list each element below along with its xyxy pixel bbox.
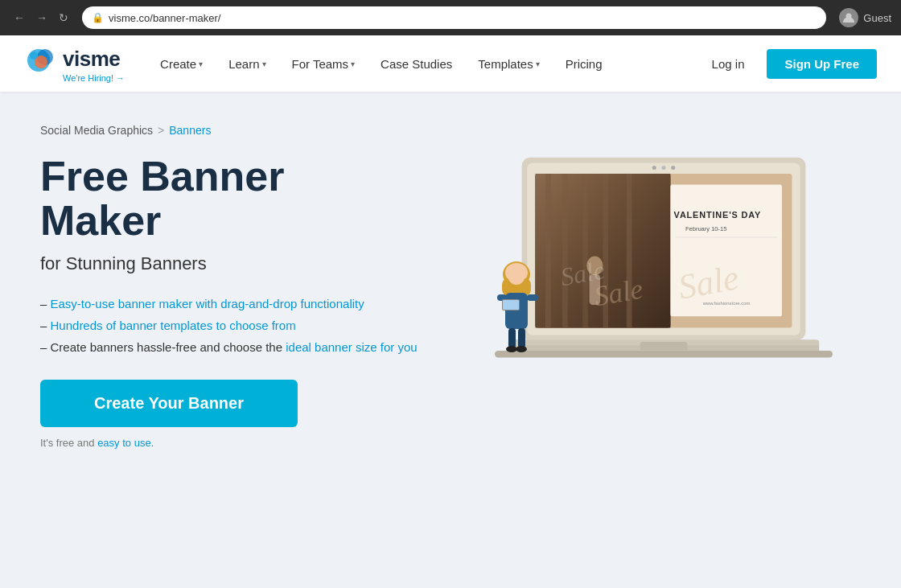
hiring-text[interactable]: We're Hiring! → <box>63 73 125 83</box>
feature-link-1[interactable]: Easy-to-use banner maker with drag-and-d… <box>51 297 364 310</box>
nav-pricing[interactable]: Pricing <box>554 51 614 77</box>
svg-text:www.fashionstore.com: www.fashionstore.com <box>702 301 751 306</box>
laptop-illustration: Sale Sale VALENTINE'S DAY February 10-15… <box>495 144 833 397</box>
address-bar[interactable]: 🔒 visme.co/banner-maker/ <box>82 6 826 29</box>
feature-link-3[interactable]: ideal banner size for you <box>286 340 417 354</box>
breadcrumb: Social Media Graphics > Banners <box>40 124 434 137</box>
nav-for-teams[interactable]: For Teams ▾ <box>281 51 367 77</box>
nav-templates[interactable]: Templates ▾ <box>467 51 550 77</box>
visme-logo-icon <box>24 44 58 73</box>
chevron-down-icon: ▾ <box>262 60 266 68</box>
profile-icon <box>839 8 858 27</box>
svg-rect-32 <box>640 342 688 350</box>
back-button[interactable]: ← <box>10 10 29 26</box>
svg-point-45 <box>506 346 517 352</box>
svg-text:VALENTINE'S DAY: VALENTINE'S DAY <box>674 211 762 220</box>
svg-rect-38 <box>505 293 528 329</box>
profile-area: Guest <box>839 8 891 27</box>
profile-label: Guest <box>863 12 891 24</box>
svg-rect-43 <box>508 328 516 348</box>
nav-right: Log in Sign Up Free <box>702 49 877 79</box>
svg-rect-40 <box>527 294 538 301</box>
chevron-down-icon: ▾ <box>536 60 540 68</box>
nav-links: Create ▾ Learn ▾ For Teams ▾ Case Studie… <box>149 51 702 77</box>
svg-rect-14 <box>545 174 551 328</box>
hero-title-line2: Maker <box>40 197 161 244</box>
svg-rect-31 <box>495 351 833 357</box>
svg-point-9 <box>671 166 675 170</box>
logo-area: visme We're Hiring! → <box>24 44 125 83</box>
hero-title-line1: Free Banner <box>40 153 284 199</box>
refresh-button[interactable]: ↻ <box>55 10 72 26</box>
hiring-link[interactable]: We're Hiring! → <box>63 73 125 83</box>
svg-rect-42 <box>503 300 519 310</box>
hero-section: Social Media Graphics > Banners Free Ban… <box>0 92 901 481</box>
breadcrumb-separator: > <box>158 124 164 137</box>
laptop-svg: Sale Sale VALENTINE'S DAY February 10-15… <box>495 144 833 394</box>
create-banner-button[interactable]: Create Your Banner <box>40 380 298 427</box>
login-button[interactable]: Log in <box>702 51 755 77</box>
svg-point-46 <box>516 346 527 352</box>
breadcrumb-current[interactable]: Banners <box>169 124 211 137</box>
feature-item-1: – Easy-to-use banner maker with drag-and… <box>40 297 434 310</box>
lock-icon: 🔒 <box>92 12 104 23</box>
browser-nav-buttons: ← → ↻ <box>10 10 72 26</box>
feature-link-2[interactable]: Hundreds of banner templates to choose f… <box>51 319 296 332</box>
svg-rect-15 <box>562 174 568 328</box>
svg-point-7 <box>652 166 656 170</box>
svg-point-8 <box>661 166 665 170</box>
hero-title: Free Banner Maker <box>40 154 434 242</box>
svg-rect-16 <box>582 174 588 328</box>
signup-button[interactable]: Sign Up Free <box>767 49 877 79</box>
hero-subtitle: for Stunning Banners <box>40 253 434 274</box>
feature-item-3: – Create banners hassle-free and choose … <box>40 340 434 354</box>
page-wrapper: visme We're Hiring! → Create ▾ Learn ▾ F… <box>0 35 901 588</box>
nav-create[interactable]: Create ▾ <box>149 51 214 77</box>
nav-learn[interactable]: Learn ▾ <box>217 51 277 77</box>
svg-point-37 <box>508 265 525 285</box>
person-illustration <box>491 259 543 356</box>
browser-chrome: ← → ↻ 🔒 visme.co/banner-maker/ Guest <box>0 0 901 35</box>
hero-left: Social Media Graphics > Banners Free Ban… <box>40 116 467 449</box>
forward-button[interactable]: → <box>32 10 51 26</box>
breadcrumb-parent[interactable]: Social Media Graphics <box>40 124 153 137</box>
nav-case-studies[interactable]: Case Studies <box>369 51 463 77</box>
feature-item-2: – Hundreds of banner templates to choose… <box>40 319 434 332</box>
svg-point-4 <box>30 51 38 60</box>
svg-rect-44 <box>518 328 525 348</box>
url-text: visme.co/banner-maker/ <box>109 12 220 24</box>
navbar: visme We're Hiring! → Create ▾ Learn ▾ F… <box>0 35 901 92</box>
chevron-down-icon: ▾ <box>199 60 203 68</box>
logo-text: visme <box>63 47 120 72</box>
logo[interactable]: visme <box>24 44 120 73</box>
svg-text:February 10-15: February 10-15 <box>685 225 727 232</box>
cta-subtext: It's free and easy to use. <box>40 437 434 449</box>
easy-to-use-link[interactable]: easy to use. <box>97 437 154 449</box>
hero-right: Sale Sale VALENTINE'S DAY February 10-15… <box>467 116 861 397</box>
chevron-down-icon: ▾ <box>351 60 355 68</box>
feature-list: – Easy-to-use banner maker with drag-and… <box>40 297 434 354</box>
